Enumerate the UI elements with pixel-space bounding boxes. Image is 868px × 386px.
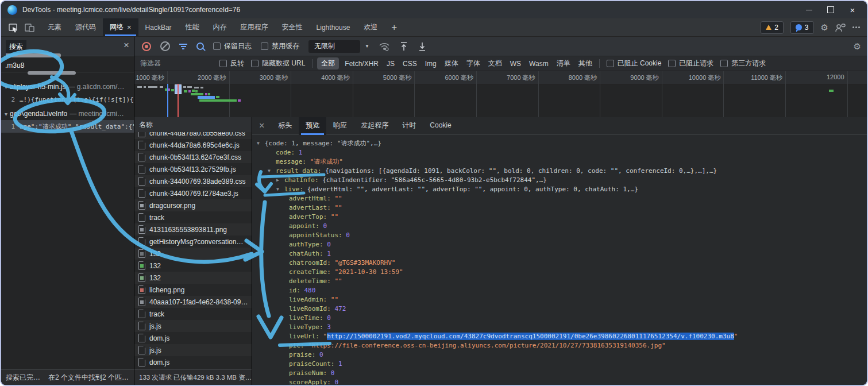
hide-data-urls-checkbox[interactable] [251,60,259,67]
import-har-icon[interactable] [399,41,408,52]
request-row[interactable]: dom.js [134,356,252,368]
tab-网络[interactable]: 网络× [103,18,138,36]
scrollbar-thumb[interactable] [6,53,61,57]
request-row[interactable]: chunk-0b534f13.2c7529fb.js [134,163,252,175]
request-row[interactable]: track [134,308,252,320]
issues-badge[interactable]: 3 [790,21,814,34]
maximize-button[interactable] [820,1,842,18]
tab-性能[interactable]: 性能 [179,18,206,36]
search-icon[interactable] [196,43,204,50]
request-row[interactable]: 41311635553893811.png [134,223,252,236]
preserve-log-checkbox[interactable] [213,43,221,50]
search-result-match[interactable]: 1age":"请求成功","result_data":{"n… [1,120,134,133]
detail-tab-Cookie[interactable]: Cookie [423,118,458,134]
filter-type-Fetch/XHR[interactable]: Fetch/XHR [345,60,379,68]
requests-column-header[interactable]: 名称 [134,117,252,133]
record-icon[interactable] [142,42,151,51]
blocked-cookies-option[interactable]: 已阻止 Cookie [607,59,662,68]
filter-type-媒体[interactable]: 媒体 [445,59,458,68]
request-row[interactable]: track [134,211,252,223]
disclosure-icon[interactable]: ▾ [5,84,7,90]
chevron-down-icon[interactable]: ▼ [276,185,279,194]
disclosure-icon[interactable]: ▾ [5,111,7,117]
filter-type-Img[interactable]: Img [425,60,437,68]
request-row[interactable]: 132 [134,260,252,272]
search-result-file[interactable]: ▾aliplayer-h5-min.js— g.alicdn.com/… [1,80,134,93]
request-row[interactable]: dom.js [134,332,252,344]
minimize-button[interactable] [798,1,820,18]
request-row[interactable]: dragcursor.png [134,199,252,211]
third-party-checkbox[interactable] [720,60,728,67]
request-row[interactable]: getHistoryMsg?conversation… [134,236,252,248]
detail-close-icon[interactable]: × [259,121,264,131]
network-conditions-icon[interactable] [379,41,390,51]
request-row[interactable]: chunk-34400769.f2784ae3.js [134,187,252,199]
filter-type-全部[interactable]: 全部 [317,57,339,70]
request-row[interactable]: chunk-44da78a0.cb55ae80.css [134,132,252,139]
chevron-down-icon[interactable]: ▼ [257,139,260,148]
warnings-badge[interactable]: 2 [761,21,784,34]
request-row[interactable]: 132 [134,272,252,284]
more-options-icon[interactable] [852,26,860,28]
request-row[interactable]: licheng.png [134,284,252,296]
disable-cache-checkbox[interactable] [261,43,268,50]
filter-type-其他[interactable]: 其他 [578,59,592,68]
drawer-close-icon[interactable]: × [124,40,129,51]
detail-tab-预览[interactable]: 预览 [299,117,326,135]
network-overview-timeline[interactable]: 1000 毫秒2000 毫秒3000 毫秒4000 毫秒5000 毫秒6000 … [134,71,867,117]
close-button[interactable]: × [842,1,863,18]
request-row[interactable]: chunk-34400769.38ade389.css [134,175,252,187]
inspect-element-icon[interactable] [8,22,20,33]
settings-gear-icon[interactable]: ⚙ [821,23,828,32]
detail-tab-计时[interactable]: 计时 [395,117,423,135]
device-toolbar-icon[interactable] [24,22,35,33]
tab-Lighthouse[interactable]: Lighthouse [310,18,357,36]
request-row[interactable]: js.js [134,344,252,356]
network-settings-gear-icon[interactable]: ⚙ [854,41,861,52]
tab-元素[interactable]: 元素 [41,18,68,36]
invert-option[interactable]: 反转 [219,59,244,68]
detail-tab-发起程序[interactable]: 发起程序 [354,117,395,135]
tab-安全性[interactable]: 安全性 [275,18,310,36]
request-row[interactable]: 132 [134,248,252,260]
tab-欢迎[interactable]: 欢迎 [357,18,384,36]
filter-type-Wasm[interactable]: Wasm [529,60,549,68]
tab-应用程序[interactable]: 应用程序 [234,18,275,36]
throttling-select[interactable]: 无限制 ▼ [308,40,369,53]
search-result-file[interactable]: ▾getAgendaLiveInfo— meeting.lcmi… [1,107,134,120]
detail-tab-标头[interactable]: 标头 [271,117,299,135]
filter-type-WS[interactable]: WS [510,60,521,68]
filter-input[interactable]: 筛选器 [140,59,161,68]
search-input[interactable]: .m3u8 [1,59,134,72]
filter-type-字体[interactable]: 字体 [466,59,480,68]
detail-tab-响应[interactable]: 响应 [326,117,354,135]
export-har-icon[interactable] [418,41,427,52]
filter-type-CSS[interactable]: CSS [403,60,417,68]
tab-close-icon[interactable]: × [127,23,132,32]
tab-源代码[interactable]: 源代码 [68,18,103,36]
request-row[interactable]: js.js [134,320,252,332]
chevron-right-icon[interactable]: ▶ [276,176,279,185]
filter-type-清单[interactable]: 清单 [557,59,570,68]
hide-data-urls-option[interactable]: 隐藏数据 URL [251,59,305,68]
search-result-match[interactable]: 2…!){function i(t,e){if(!s[t]){if(!a[t])… [1,93,134,106]
disable-cache-option[interactable]: 禁用缓存 [261,41,299,51]
feedback-icon[interactable] [835,23,846,32]
preserve-log-option[interactable]: 保留日志 [213,41,252,51]
request-row[interactable]: chunk-44da78a6.695c4e6c.js [134,139,252,151]
tab-HackBar[interactable]: HackBar [138,18,179,36]
scrollbar-thumb[interactable] [28,71,76,75]
chevron-down-icon[interactable]: ▼ [268,167,271,176]
blocked-cookies-checkbox[interactable] [607,60,614,67]
filter-type-JS[interactable]: JS [387,60,395,68]
blocked-requests-option[interactable]: 已阻止请求 [668,59,713,68]
request-row[interactable]: chunk-0b534f13.6247ce3f.css [134,151,252,163]
invert-checkbox[interactable] [219,60,227,67]
filter-icon[interactable] [179,44,187,49]
more-tabs-button[interactable]: + [384,18,404,36]
clear-icon[interactable] [160,41,170,51]
requests-scroll-area[interactable]: chunk-44da78a0.cb55ae80.csschunk-44da78a… [134,132,252,370]
tab-内存[interactable]: 内存 [206,18,234,36]
filter-type-文档[interactable]: 文档 [488,59,502,68]
blocked-requests-checkbox[interactable] [668,60,676,67]
